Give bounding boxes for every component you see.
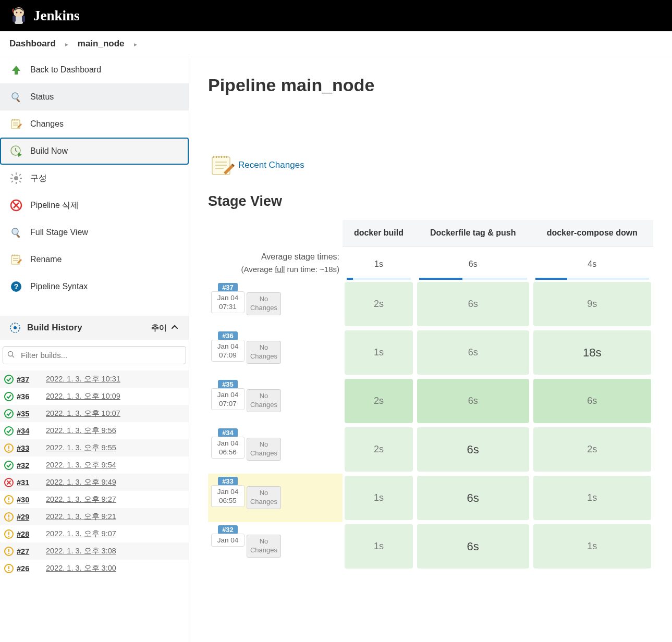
notepad-icon	[9, 253, 23, 266]
no-changes-box[interactable]: NoChanges	[247, 438, 281, 461]
nav-item-syntax[interactable]: ?Pipeline Syntax	[0, 273, 189, 300]
stage-duration: 1s	[345, 476, 413, 520]
nav-item-configure[interactable]: 구성	[0, 165, 189, 192]
build-number-link[interactable]: #35	[17, 410, 46, 418]
build-number-link[interactable]: #28	[17, 530, 46, 538]
build-date-link[interactable]: 2022. 1. 3. 오후 9:56	[46, 426, 116, 436]
build-date-box: Jan 0407:07	[211, 388, 245, 410]
notepad-icon	[9, 117, 23, 131]
build-badge[interactable]: #36	[218, 331, 238, 340]
build-number-link[interactable]: #33	[17, 444, 46, 452]
build-date-link[interactable]: 2022. 1. 3. 오후 9:54	[46, 460, 116, 470]
stage-cell[interactable]: 18s	[531, 328, 653, 377]
no-changes-box[interactable]: NoChanges	[247, 486, 281, 509]
no-changes-box[interactable]: NoChanges	[247, 389, 281, 412]
stage-cell[interactable]: 1s	[531, 474, 653, 522]
stage-cell[interactable]: 2s	[531, 425, 653, 474]
chevron-up-icon[interactable]	[170, 323, 179, 334]
nav-item-rename[interactable]: Rename	[0, 246, 189, 273]
svg-rect-17	[11, 174, 13, 176]
stage-cell[interactable]: 6s	[415, 425, 531, 474]
stage-cell[interactable]: 6s	[415, 377, 531, 425]
build-history-row[interactable]: #322022. 1. 3. 오후 9:54	[0, 456, 189, 474]
build-date-link[interactable]: 2022. 1. 3. 오후 3:08	[46, 546, 116, 556]
build-date-link[interactable]: 2022. 1. 3. 오후 9:55	[46, 443, 116, 453]
build-number-link[interactable]: #29	[17, 513, 46, 521]
build-history-row[interactable]: #362022. 1. 3. 오후 10:09	[0, 388, 189, 405]
stage-cell[interactable]: 1s	[343, 522, 415, 571]
stage-cell[interactable]: 6s	[415, 328, 531, 377]
stage-cell[interactable]: 6s	[531, 377, 653, 425]
build-history-row[interactable]: #342022. 1. 3. 오후 9:56	[0, 422, 189, 439]
stage-cell[interactable]: 2s	[343, 280, 415, 328]
svg-rect-7	[16, 98, 20, 103]
nav-item-full-stage[interactable]: Full Stage View	[0, 219, 189, 246]
svg-point-57	[8, 552, 9, 553]
stage-cell[interactable]: 2s	[343, 425, 415, 474]
build-number-link[interactable]: #27	[17, 547, 46, 555]
stage-cell[interactable]: 1s	[343, 328, 415, 377]
build-history-icon	[9, 322, 21, 334]
build-history-row[interactable]: #292022. 1. 3. 오후 9:21	[0, 508, 189, 525]
stage-cell[interactable]: 9s	[531, 280, 653, 328]
build-history-trend-link[interactable]: 추이	[151, 323, 167, 333]
build-history-row[interactable]: #262022. 1. 3. 오후 3:00	[0, 560, 189, 577]
build-date-link[interactable]: 2022. 1. 3. 오후 9:49	[46, 477, 116, 487]
stage-row-head: #33Jan 0406:55NoChanges	[208, 474, 343, 522]
stage-row[interactable]: #32Jan 04NoChanges1s6s1s	[208, 522, 653, 571]
build-number-link[interactable]: #37	[17, 375, 46, 384]
build-date-link[interactable]: 2022. 1. 3. 오후 10:09	[46, 391, 120, 401]
build-status-unstable-icon	[4, 547, 14, 556]
build-number-link[interactable]: #36	[17, 392, 46, 401]
stage-row[interactable]: #35Jan 0407:07NoChanges2s6s6s	[208, 377, 653, 425]
stage-row[interactable]: #33Jan 0406:55NoChanges1s6s1s	[208, 474, 653, 522]
build-date-link[interactable]: 2022. 1. 3. 오후 9:07	[46, 529, 116, 539]
nav-item-changes[interactable]: Changes	[0, 110, 189, 138]
build-badge[interactable]: #37	[218, 283, 238, 292]
build-history-row[interactable]: #312022. 1. 3. 오후 9:49	[0, 474, 189, 491]
build-number-link[interactable]: #26	[17, 564, 46, 573]
build-badge[interactable]: #35	[218, 380, 238, 389]
nav-item-status[interactable]: Status	[0, 83, 189, 110]
stage-cell[interactable]: 1s	[343, 474, 415, 522]
build-number-link[interactable]: #34	[17, 427, 46, 435]
stage-cell[interactable]: 6s	[415, 474, 531, 522]
build-date-link[interactable]: 2022. 1. 3. 오후 9:21	[46, 512, 116, 522]
build-history-row[interactable]: #302022. 1. 3. 오후 9:27	[0, 491, 189, 508]
build-status-success-icon	[4, 461, 14, 470]
nav-item-back[interactable]: Back to Dashboard	[0, 56, 189, 83]
build-number-link[interactable]: #30	[17, 496, 46, 504]
breadcrumb-item[interactable]: Dashboard	[9, 39, 56, 48]
stage-row[interactable]: #34Jan 0406:56NoChanges2s6s2s	[208, 425, 653, 474]
build-date-link[interactable]: 2022. 1. 3. 오후 10:31	[46, 374, 120, 384]
build-history-row[interactable]: #332022. 1. 3. 오후 9:55	[0, 439, 189, 456]
svg-point-54	[8, 535, 9, 536]
build-date-link[interactable]: 2022. 1. 3. 오후 9:27	[46, 495, 116, 504]
recent-changes-link[interactable]: Recent Changes	[238, 160, 304, 170]
build-date-link[interactable]: 2022. 1. 3. 오후 3:00	[46, 563, 116, 573]
no-changes-box[interactable]: NoChanges	[247, 341, 281, 364]
breadcrumb-item[interactable]: main_node	[78, 39, 125, 48]
build-number-link[interactable]: #32	[17, 461, 46, 470]
nav-item-delete[interactable]: Pipeline 삭제	[0, 192, 189, 219]
stage-cell[interactable]: 2s	[343, 377, 415, 425]
build-status-unstable-icon	[4, 564, 14, 573]
no-changes-box[interactable]: NoChanges	[247, 292, 281, 315]
build-badge[interactable]: #32	[218, 525, 238, 534]
build-badge[interactable]: #33	[218, 477, 238, 486]
build-number-link[interactable]: #31	[17, 478, 46, 487]
nav-item-build-now[interactable]: Build Now	[0, 138, 189, 165]
build-history-row[interactable]: #282022. 1. 3. 오후 9:07	[0, 525, 189, 542]
no-changes-box[interactable]: NoChanges	[247, 535, 281, 558]
stage-row[interactable]: #37Jan 0407:31NoChanges2s6s9s	[208, 280, 653, 328]
stage-cell[interactable]: 1s	[531, 522, 653, 571]
build-filter-input[interactable]	[3, 346, 186, 364]
build-history-row[interactable]: #272022. 1. 3. 오후 3:08	[0, 542, 189, 560]
stage-row[interactable]: #36Jan 0407:09NoChanges1s6s18s	[208, 328, 653, 377]
stage-cell[interactable]: 6s	[415, 280, 531, 328]
build-badge[interactable]: #34	[218, 428, 238, 437]
build-history-row[interactable]: #372022. 1. 3. 오후 10:31	[0, 371, 189, 388]
build-history-row[interactable]: #352022. 1. 3. 오후 10:07	[0, 405, 189, 422]
stage-cell[interactable]: 6s	[415, 522, 531, 571]
build-date-link[interactable]: 2022. 1. 3. 오후 10:07	[46, 409, 120, 418]
